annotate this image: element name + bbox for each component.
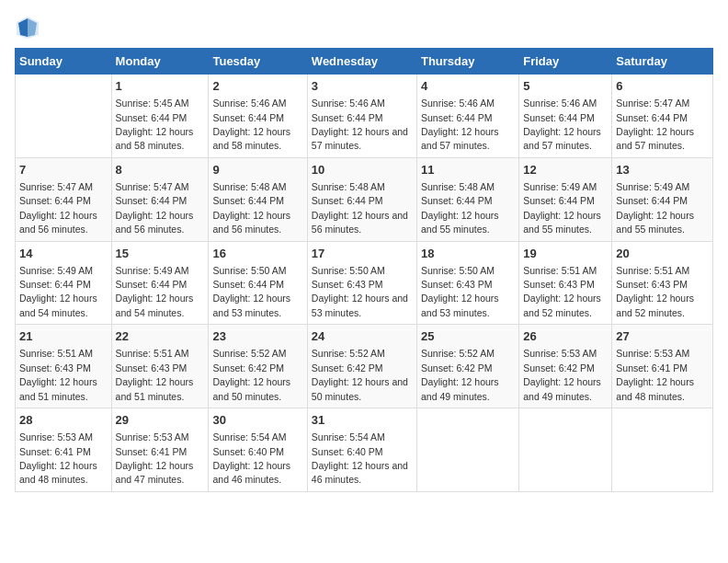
calendar-cell: 29 Sunrise: 5:53 AM Sunset: 6:41 PM Dayl… (111, 408, 209, 492)
sunset: Sunset: 6:44 PM (19, 195, 91, 206)
sunset: Sunset: 6:44 PM (116, 112, 188, 123)
daylight: Daylight: 12 hours and 53 minutes. (212, 293, 290, 317)
sunset: Sunset: 6:43 PM (421, 279, 493, 290)
day-number: 3 (312, 78, 413, 95)
daylight: Daylight: 12 hours and 50 minutes. (312, 376, 408, 401)
page-header (15, 15, 713, 40)
sunset: Sunset: 6:44 PM (421, 112, 493, 123)
weekday-header-wednesday: Wednesday (307, 49, 416, 75)
sunset: Sunset: 6:43 PM (312, 279, 383, 290)
sunrise: Sunrise: 5:47 AM (616, 98, 689, 109)
sunrise: Sunrise: 5:51 AM (616, 265, 689, 276)
day-number: 22 (116, 328, 205, 345)
sunset: Sunset: 6:42 PM (212, 362, 284, 373)
day-number: 13 (616, 162, 709, 178)
daylight: Daylight: 12 hours and 56 minutes. (212, 210, 290, 235)
calendar-cell: 19 Sunrise: 5:51 AM Sunset: 6:43 PM Dayl… (519, 241, 612, 325)
day-number: 2 (212, 78, 302, 95)
sunrise: Sunrise: 5:48 AM (421, 181, 495, 192)
sunset: Sunset: 6:44 PM (616, 195, 688, 206)
day-number: 26 (523, 328, 608, 345)
daylight: Daylight: 12 hours and 48 minutes. (616, 376, 694, 401)
daylight: Daylight: 12 hours and 48 minutes. (19, 460, 97, 485)
week-row-3: 14 Sunrise: 5:49 AM Sunset: 6:44 PM Dayl… (16, 241, 713, 325)
sunrise: Sunrise: 5:54 AM (312, 431, 385, 442)
sunset: Sunset: 6:44 PM (616, 112, 688, 123)
day-number: 4 (421, 78, 515, 95)
day-number: 16 (212, 246, 302, 262)
daylight: Daylight: 12 hours and 57 minutes. (523, 126, 601, 151)
sunset: Sunset: 6:41 PM (19, 446, 91, 457)
daylight: Daylight: 12 hours and 52 minutes. (523, 293, 601, 317)
calendar-cell: 3 Sunrise: 5:46 AM Sunset: 6:44 PM Dayli… (307, 75, 416, 158)
calendar-cell: 31 Sunrise: 5:54 AM Sunset: 6:40 PM Dayl… (307, 408, 416, 492)
logo (15, 15, 44, 40)
calendar-cell: 26 Sunrise: 5:53 AM Sunset: 6:42 PM Dayl… (519, 325, 612, 408)
daylight: Daylight: 12 hours and 54 minutes. (116, 293, 194, 317)
day-number: 14 (19, 246, 108, 262)
calendar-cell (612, 408, 713, 492)
sunset: Sunset: 6:44 PM (312, 195, 383, 206)
daylight: Daylight: 12 hours and 56 minutes. (312, 210, 408, 235)
day-number: 28 (19, 412, 108, 429)
calendar-cell: 6 Sunrise: 5:47 AM Sunset: 6:44 PM Dayli… (612, 75, 713, 158)
daylight: Daylight: 12 hours and 54 minutes. (19, 293, 97, 317)
daylight: Daylight: 12 hours and 55 minutes. (616, 210, 694, 235)
calendar-cell: 9 Sunrise: 5:48 AM Sunset: 6:44 PM Dayli… (209, 157, 307, 241)
daylight: Daylight: 12 hours and 50 minutes. (212, 376, 290, 401)
sunset: Sunset: 6:41 PM (116, 446, 188, 457)
calendar-cell: 27 Sunrise: 5:53 AM Sunset: 6:41 PM Dayl… (612, 325, 713, 408)
sunrise: Sunrise: 5:49 AM (116, 265, 189, 276)
calendar-cell: 11 Sunrise: 5:48 AM Sunset: 6:44 PM Dayl… (416, 157, 518, 241)
sunrise: Sunrise: 5:49 AM (523, 181, 597, 192)
daylight: Daylight: 12 hours and 46 minutes. (212, 460, 290, 485)
day-number: 8 (116, 162, 205, 178)
sunrise: Sunrise: 5:46 AM (212, 98, 286, 109)
weekday-header-thursday: Thursday (416, 49, 518, 75)
calendar-cell: 23 Sunrise: 5:52 AM Sunset: 6:42 PM Dayl… (209, 325, 307, 408)
calendar-cell: 13 Sunrise: 5:49 AM Sunset: 6:44 PM Dayl… (612, 157, 713, 241)
daylight: Daylight: 12 hours and 57 minutes. (421, 126, 499, 151)
day-number: 27 (616, 328, 709, 345)
sunrise: Sunrise: 5:52 AM (212, 348, 286, 359)
calendar-cell: 24 Sunrise: 5:52 AM Sunset: 6:42 PM Dayl… (307, 325, 416, 408)
calendar-cell: 15 Sunrise: 5:49 AM Sunset: 6:44 PM Dayl… (111, 241, 209, 325)
calendar-cell (416, 408, 518, 492)
calendar-cell: 25 Sunrise: 5:52 AM Sunset: 6:42 PM Dayl… (416, 325, 518, 408)
sunset: Sunset: 6:44 PM (212, 112, 284, 123)
daylight: Daylight: 12 hours and 51 minutes. (116, 376, 194, 401)
daylight: Daylight: 12 hours and 52 minutes. (616, 293, 694, 317)
daylight: Daylight: 12 hours and 56 minutes. (116, 210, 194, 235)
calendar-cell: 8 Sunrise: 5:47 AM Sunset: 6:44 PM Dayli… (111, 157, 209, 241)
sunset: Sunset: 6:44 PM (523, 195, 595, 206)
day-number: 31 (312, 412, 413, 429)
daylight: Daylight: 12 hours and 57 minutes. (312, 126, 408, 151)
calendar-cell: 22 Sunrise: 5:51 AM Sunset: 6:43 PM Dayl… (111, 325, 209, 408)
calendar-cell: 28 Sunrise: 5:53 AM Sunset: 6:41 PM Dayl… (16, 408, 112, 492)
daylight: Daylight: 12 hours and 55 minutes. (523, 210, 601, 235)
sunrise: Sunrise: 5:50 AM (421, 265, 495, 276)
calendar-table: SundayMondayTuesdayWednesdayThursdayFrid… (15, 48, 713, 492)
week-row-5: 28 Sunrise: 5:53 AM Sunset: 6:41 PM Dayl… (16, 408, 713, 492)
week-row-1: 1 Sunrise: 5:45 AM Sunset: 6:44 PM Dayli… (16, 75, 713, 158)
sunrise: Sunrise: 5:50 AM (212, 265, 286, 276)
daylight: Daylight: 12 hours and 46 minutes. (312, 460, 408, 485)
sunrise: Sunrise: 5:51 AM (523, 265, 597, 276)
sunrise: Sunrise: 5:54 AM (212, 431, 286, 442)
sunrise: Sunrise: 5:47 AM (116, 181, 189, 192)
weekday-header-sunday: Sunday (16, 49, 112, 75)
weekday-header-tuesday: Tuesday (209, 49, 307, 75)
daylight: Daylight: 12 hours and 57 minutes. (616, 126, 694, 151)
calendar-cell: 16 Sunrise: 5:50 AM Sunset: 6:44 PM Dayl… (209, 241, 307, 325)
sunrise: Sunrise: 5:50 AM (312, 265, 385, 276)
day-number: 17 (312, 246, 413, 262)
sunset: Sunset: 6:43 PM (616, 279, 688, 290)
day-number: 30 (212, 412, 302, 429)
day-number: 18 (421, 246, 515, 262)
sunset: Sunset: 6:42 PM (312, 362, 383, 373)
day-number: 24 (312, 328, 413, 345)
weekday-header-friday: Friday (519, 49, 612, 75)
day-number: 21 (19, 328, 108, 345)
sunset: Sunset: 6:43 PM (19, 362, 91, 373)
sunset: Sunset: 6:44 PM (116, 279, 188, 290)
